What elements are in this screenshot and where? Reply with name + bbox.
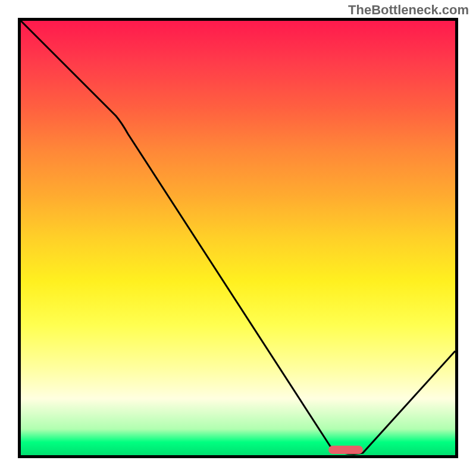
optimal-marker (328, 446, 363, 454)
watermark-text: TheBottleneck.com (348, 2, 469, 18)
gradient-background (21, 21, 455, 455)
plot-area (18, 18, 458, 458)
chart-container: TheBottleneck.com (0, 0, 476, 476)
